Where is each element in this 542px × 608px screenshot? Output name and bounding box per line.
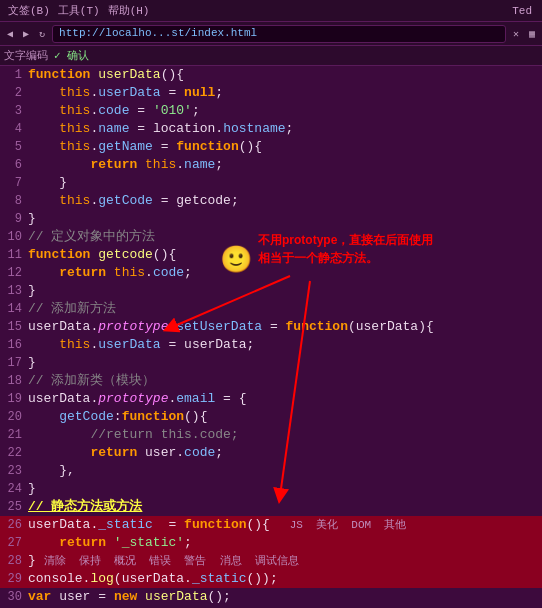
code-line-28: 28 } 清除 保持 概况 错误 警告 消息 调试信息 <box>0 552 542 570</box>
code-line-27: 27 return '_static'; <box>0 534 542 552</box>
confirm-label[interactable]: ✓ 确认 <box>54 48 89 63</box>
code-line-3: 3 this.code = '010'; <box>0 102 542 120</box>
code-line-17: 17 } <box>0 354 542 372</box>
secondary-toolbar: 文字编码 ✓ 确认 <box>0 46 542 66</box>
code-line-22: 22 return user.code; <box>0 444 542 462</box>
address-toolbar: ◀ ▶ ↻ http://localho...st/index.html ✕ ▦ <box>0 22 542 46</box>
code-line-21: 21 //return this.code; <box>0 426 542 444</box>
code-line-30: 30 var user = new userData(); <box>0 588 542 606</box>
code-line-15: 15 userData.prototype.setUserData = func… <box>0 318 542 336</box>
menu-help[interactable]: 帮助(H) <box>108 3 150 18</box>
code-line-20: 20 getCode:function(){ <box>0 408 542 426</box>
code-line-23: 23 }, <box>0 462 542 480</box>
code-line-24: 24 } <box>0 480 542 498</box>
back-button[interactable]: ◀ <box>4 27 16 41</box>
browser-menu-bar: 文签(B) 工具(T) 帮助(H) Ted <box>0 0 542 22</box>
annotation-text: 不用prototype，直接在后面使用相当于一个静态方法。 <box>258 231 433 267</box>
menu-tools[interactable]: 工具(T) <box>58 3 100 18</box>
encoding-label: 文字编码 <box>4 48 48 63</box>
code-line-14: 14 // 添加新方法 <box>0 300 542 318</box>
code-line-9: 9 } <box>0 210 542 228</box>
code-line-16: 16 this.userData = userData; <box>0 336 542 354</box>
tab-ted[interactable]: Ted <box>512 5 538 17</box>
code-line-6: 6 return this.name; <box>0 156 542 174</box>
code-line-5: 5 this.getName = function(){ <box>0 138 542 156</box>
close-tab-button[interactable]: ✕ <box>510 27 522 41</box>
menu-bar[interactable]: 文签(B) 工具(T) 帮助(H) <box>4 3 153 18</box>
code-line-4: 4 this.name = location.hostname; <box>0 120 542 138</box>
sidebar-toggle[interactable]: ▦ <box>526 27 538 41</box>
menu-file[interactable]: 文签(B) <box>8 3 50 18</box>
code-line-8: 8 this.getCode = getcode; <box>0 192 542 210</box>
address-input[interactable]: http://localho...st/index.html <box>52 25 506 43</box>
code-line-26: 26 userData._static = function(){ JS 美化 … <box>0 516 542 534</box>
code-line-13: 13 } <box>0 282 542 300</box>
code-line-1: 1 function userData(){ <box>0 66 542 84</box>
code-editor: 1 function userData(){ 2 this.userData =… <box>0 66 542 608</box>
code-line-25: 25 // 静态方法或方法 <box>0 498 542 516</box>
code-line-18: 18 // 添加新类（模块） <box>0 372 542 390</box>
forward-button[interactable]: ▶ <box>20 27 32 41</box>
code-line-19: 19 userData.prototype.email = { <box>0 390 542 408</box>
reload-button[interactable]: ↻ <box>36 27 48 41</box>
code-line-2: 2 this.userData = null; <box>0 84 542 102</box>
smiley-icon: 🙂 <box>220 244 252 276</box>
code-line-29: 29 console.log(userData._static()); <box>0 570 542 588</box>
code-line-7: 7 } <box>0 174 542 192</box>
